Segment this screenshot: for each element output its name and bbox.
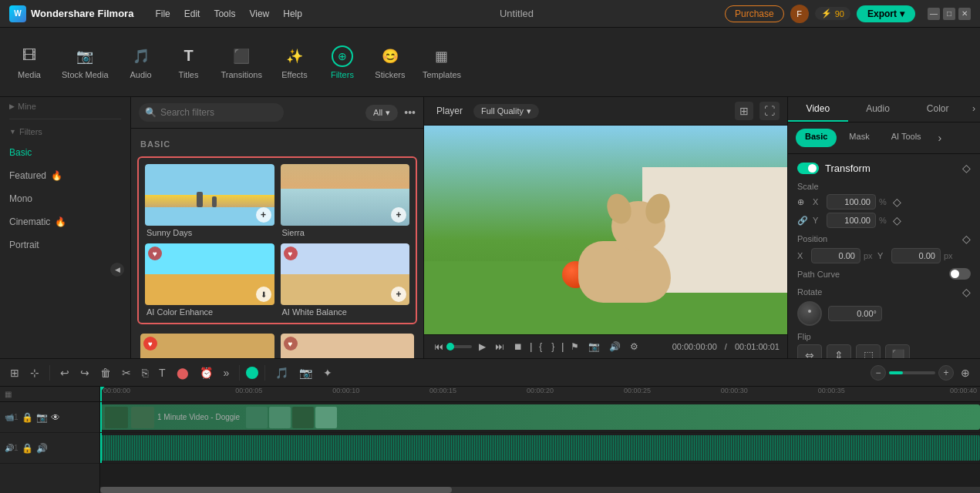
- tl-audio-speaker-icon[interactable]: 🔊: [36, 443, 48, 454]
- tl-audio-track-button[interactable]: 🎵: [271, 364, 292, 381]
- subtab-more-button[interactable]: ›: [934, 129, 947, 147]
- tool-titles[interactable]: T Titles: [166, 39, 212, 86]
- menu-file[interactable]: File: [149, 5, 176, 22]
- tl-text-button[interactable]: T: [155, 364, 170, 381]
- player-add-marker-button[interactable]: ⚑: [568, 340, 581, 354]
- tl-copy-button[interactable]: ⎘: [138, 364, 152, 381]
- scale-y-input[interactable]: [827, 213, 876, 228]
- close-button[interactable]: ✕: [958, 8, 971, 20]
- tl-video-camera-icon[interactable]: 📷: [36, 412, 48, 423]
- filter-sierra[interactable]: + Sierra: [281, 164, 410, 237]
- filter-ai-white-balance[interactable]: ♥ + AI White Balance: [281, 243, 410, 317]
- scale-y-keyframe-button[interactable]: ◇: [893, 214, 901, 226]
- filter-all-button[interactable]: All ▾: [365, 105, 398, 121]
- filter-add-sunny-days-button[interactable]: +: [256, 207, 271, 223]
- filter-more-1[interactable]: ♥: [140, 334, 274, 358]
- progress-bar[interactable]: [450, 345, 472, 348]
- tab-audio[interactable]: Audio: [848, 97, 908, 122]
- player-volume-button[interactable]: 🔊: [607, 340, 623, 354]
- menu-edit[interactable]: Edit: [178, 5, 207, 22]
- flip-option-4-button[interactable]: ⬛: [885, 344, 910, 358]
- tool-transitions[interactable]: ⬛ Transitions: [214, 39, 270, 86]
- sidebar-item-featured[interactable]: Featured 🔥: [0, 164, 130, 187]
- flip-horizontal-button[interactable]: ⇔: [797, 344, 822, 358]
- tl-select-button[interactable]: ⊹: [26, 364, 43, 381]
- video-clip[interactable]: 1 Minute Video - Doggie: [100, 404, 980, 430]
- transform-toggle[interactable]: [797, 163, 819, 174]
- tool-audio[interactable]: 🎵 Audio: [118, 39, 164, 86]
- tl-magic-button[interactable]: ✦: [319, 364, 336, 381]
- position-keyframe-button[interactable]: ◇: [962, 233, 971, 245]
- tool-effects[interactable]: ✨ Effects: [271, 39, 318, 86]
- menu-help[interactable]: Help: [277, 5, 308, 22]
- tl-layout-button[interactable]: ⊞: [6, 364, 23, 381]
- search-input[interactable]: [139, 103, 284, 122]
- menu-tools[interactable]: Tools: [207, 5, 241, 22]
- rotate-value-input[interactable]: [828, 306, 882, 321]
- path-curve-toggle[interactable]: [949, 268, 971, 280]
- filter-more-2[interactable]: ♥: [281, 334, 415, 358]
- export-button[interactable]: Export ▾: [857, 5, 915, 22]
- player-mark-out-button[interactable]: }: [549, 340, 557, 354]
- player-fullscreen-button[interactable]: ⛶: [759, 102, 780, 120]
- left-section-mine[interactable]: ▶ Mine: [0, 97, 130, 116]
- tab-more-button[interactable]: ›: [968, 97, 980, 122]
- tl-audio-lock-icon[interactable]: 🔒: [22, 443, 33, 454]
- tl-video-lock-icon[interactable]: 🔒: [22, 412, 33, 423]
- sidebar-item-basic[interactable]: Basic: [0, 141, 130, 164]
- maximize-button[interactable]: □: [943, 8, 955, 20]
- tl-history-button[interactable]: ⏰: [196, 364, 217, 381]
- tab-video[interactable]: Video: [788, 97, 848, 122]
- left-section-filters[interactable]: ▼ Filters: [0, 122, 130, 141]
- tool-stock-media[interactable]: 📷 Stock Media: [54, 39, 116, 86]
- rotate-knob[interactable]: [797, 301, 822, 326]
- purchase-button[interactable]: Purchase: [725, 5, 784, 22]
- minimize-button[interactable]: —: [928, 8, 940, 20]
- subtab-mask[interactable]: Mask: [840, 129, 878, 147]
- tool-media[interactable]: 🎞 Media: [6, 39, 52, 86]
- quality-selector[interactable]: Full Quality ▾: [473, 104, 539, 119]
- tl-cut-button[interactable]: ✂: [118, 364, 135, 381]
- position-x-input[interactable]: [811, 248, 860, 263]
- tab-color[interactable]: Color: [908, 97, 968, 122]
- tl-add-track-button[interactable]: ⊕: [957, 364, 974, 381]
- sidebar-item-cinematic[interactable]: Cinematic 🔥: [0, 210, 130, 233]
- tl-delete-button[interactable]: 🗑: [96, 364, 115, 381]
- subtab-ai-tools[interactable]: AI Tools: [882, 129, 931, 147]
- tl-record-dot[interactable]: [246, 367, 258, 379]
- transform-keyframe-button[interactable]: ◇: [962, 162, 971, 174]
- sidebar-item-mono[interactable]: Mono: [0, 187, 130, 210]
- filter-add-sierra-button[interactable]: +: [391, 207, 406, 223]
- tl-video-track-button[interactable]: 📷: [295, 364, 316, 381]
- tl-undo-button[interactable]: ↩: [56, 364, 73, 381]
- filter-ai-color-enhance[interactable]: ♥ ⬇ AI Color Enhance: [145, 243, 274, 317]
- subtab-basic[interactable]: Basic: [796, 129, 837, 147]
- tl-marker-button[interactable]: ⬤: [173, 364, 193, 381]
- tl-zoom-slider[interactable]: [889, 371, 935, 374]
- collapse-panel-button[interactable]: ◀: [110, 263, 124, 277]
- scale-x-input[interactable]: [827, 194, 876, 210]
- tool-stickers[interactable]: 😊 Stickers: [367, 39, 413, 86]
- tl-zoom-in-button[interactable]: +: [938, 365, 954, 381]
- player-grid-view-button[interactable]: ⊞: [735, 102, 753, 120]
- player-skip-back-button[interactable]: ⏮: [432, 340, 446, 354]
- filter-fav-more-1[interactable]: ♥: [143, 337, 157, 350]
- tool-filters[interactable]: ⊕ Filters: [319, 39, 365, 86]
- timeline-scrollbar[interactable]: [100, 487, 980, 493]
- tl-video-eye-icon[interactable]: 👁: [51, 412, 60, 423]
- player-mark-in-button[interactable]: {: [537, 340, 544, 354]
- sidebar-item-portrait[interactable]: Portrait: [0, 233, 130, 257]
- filter-more-button[interactable]: •••: [404, 106, 416, 119]
- flip-option-3-button[interactable]: ⬚: [856, 344, 881, 358]
- scale-x-keyframe-button[interactable]: ◇: [893, 196, 901, 208]
- tl-redo-button[interactable]: ↪: [76, 364, 93, 381]
- filter-add-ai-white-button[interactable]: +: [391, 287, 406, 302]
- filter-download-ai-color-button[interactable]: ⬇: [256, 287, 271, 302]
- tool-templates[interactable]: ▦ Templates: [415, 39, 469, 86]
- menu-view[interactable]: View: [243, 5, 275, 22]
- tl-more-button[interactable]: »: [220, 364, 234, 381]
- filter-fav-ai-white-button[interactable]: ♥: [284, 246, 298, 260]
- tl-zoom-out-button[interactable]: −: [871, 365, 886, 381]
- player-settings-button[interactable]: ⚙: [628, 340, 641, 354]
- player-snapshot-button[interactable]: 📷: [586, 340, 602, 354]
